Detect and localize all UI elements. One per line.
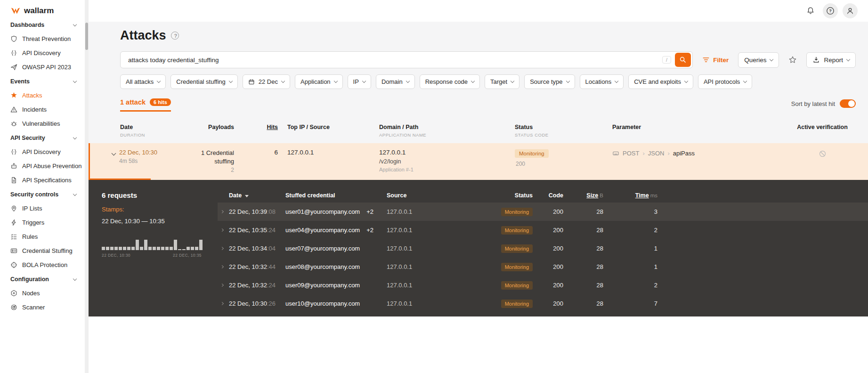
sidebar-section-api-security[interactable]: API Security — [0, 130, 85, 145]
sidebar-item-incidents[interactable]: Incidents — [0, 102, 85, 116]
chevron-down-icon — [73, 22, 77, 26]
filter-chip-api-protocols[interactable]: API protocols — [698, 74, 752, 89]
chevron-down-icon — [73, 79, 77, 82]
sidebar-item-nodes[interactable]: Nodes — [0, 286, 85, 300]
sidebar-item-owasp-api-2023[interactable]: OWASP API 2023 — [0, 60, 85, 74]
tab-attacks-count[interactable]: 1 attack 6 hits — [120, 98, 171, 112]
stamps-label: Stamps: — [102, 206, 202, 213]
sidebar-item-scanner[interactable]: Scanner — [0, 300, 85, 314]
detail-column-size[interactable]: SizeB — [563, 192, 603, 199]
notifications-button[interactable] — [803, 3, 818, 18]
column-header-date: Date DURATION — [112, 124, 191, 138]
filter-chip-attack-type[interactable]: Credential stuffing — [170, 74, 238, 89]
expanded-row-indicator — [89, 178, 151, 180]
attack-row[interactable]: 22 Dec, 10:30 4m 58s 1 Credential stuffi… — [89, 143, 868, 180]
column-header-hits[interactable]: Hits — [250, 124, 278, 130]
chevron-down-icon — [615, 79, 618, 83]
request-row[interactable]: 22 Dec, 10:39:08 user01@yourcompany.com+… — [218, 203, 868, 221]
filter-chip-date[interactable]: 22 Dec — [243, 74, 290, 89]
filter-chip-source-type[interactable]: Source type — [524, 74, 575, 89]
help-button[interactable]: ? — [823, 3, 838, 18]
detail-column-time[interactable]: Timems — [603, 192, 657, 199]
sort-desc-icon — [245, 195, 249, 197]
topbar: ? — [89, 0, 868, 22]
detail-column-source: Source — [387, 192, 497, 199]
request-row[interactable]: 22 Dec, 10:32:24 user09@yourcompany.com … — [218, 276, 868, 294]
attack-application: Application #-1 — [379, 167, 495, 172]
sidebar-item-triggers[interactable]: Triggers — [0, 215, 85, 229]
page-title: Attacks — [120, 28, 166, 43]
expand-request-icon[interactable] — [220, 265, 224, 268]
scrollbar-thumb[interactable] — [85, 23, 88, 50]
sidebar-item-bola-protection[interactable]: BOLA Protection — [0, 258, 85, 272]
sidebar-item-attacks[interactable]: Attacks — [0, 88, 85, 102]
search-button[interactable] — [675, 53, 691, 67]
sidebar-section-configuration[interactable]: Configuration — [0, 272, 85, 286]
collapse-row-icon[interactable] — [112, 151, 116, 156]
filter-chip-domain[interactable]: Domain — [376, 74, 415, 89]
sort-by-latest-hit-toggle[interactable] — [840, 99, 856, 108]
filter-chip-locations[interactable]: Locations — [580, 74, 624, 89]
detail-column-credential: Stuffed credential — [285, 192, 387, 199]
favorite-button[interactable] — [786, 55, 800, 65]
filter-chip-cve-exploits[interactable]: CVE and exploits — [628, 74, 693, 89]
chevron-down-icon — [846, 57, 850, 61]
sidebar-section-events[interactable]: Events — [0, 74, 85, 88]
request-row[interactable]: 22 Dec, 10:35:24 user04@yourcompany.com+… — [218, 221, 868, 239]
verification-disabled-icon — [789, 150, 856, 158]
detail-column-status: Status — [497, 192, 533, 199]
document-icon — [10, 177, 17, 184]
logo[interactable]: wallarm — [0, 0, 85, 22]
expand-request-icon[interactable] — [220, 284, 224, 287]
attack-domain: 127.0.0.1 — [379, 149, 495, 156]
column-header-status: Status STATUS CODE — [495, 124, 612, 138]
search-input[interactable] — [127, 56, 662, 64]
filter-chip-target[interactable]: Target — [485, 74, 519, 89]
sidebar-item-api-discovery-2[interactable]: API Discovery — [0, 145, 85, 159]
queries-button[interactable]: Queries — [738, 52, 779, 68]
sidebar-item-rules[interactable]: Rules — [0, 229, 85, 243]
status-badge: Monitoring — [501, 281, 533, 290]
user-menu-button[interactable] — [843, 3, 858, 18]
expand-request-icon[interactable] — [220, 228, 224, 232]
sidebar-scrollbar[interactable] — [85, 0, 89, 373]
expand-request-icon[interactable] — [220, 210, 224, 213]
attack-payload: 1 Credential stuffing — [191, 149, 234, 165]
warning-triangle-icon — [10, 106, 17, 113]
app-root: wallarm Dashboards Threat Prevention API… — [0, 0, 868, 373]
sidebar-item-ip-lists[interactable]: IP Lists — [0, 201, 85, 215]
chevron-down-icon — [406, 79, 409, 83]
filter-chip-response-code[interactable]: Response code — [420, 74, 480, 89]
sidebar-item-credential-stuffing[interactable]: Credential Stuffing — [0, 243, 85, 258]
request-row[interactable]: 22 Dec, 10:34:04 user07@yourcompany.com … — [218, 239, 868, 258]
filter-button[interactable]: Filter — [699, 56, 731, 64]
status-badge: Monitoring — [501, 226, 533, 235]
attack-parameter: POST › JSON › apiPass — [612, 150, 789, 157]
filter-chip-application[interactable]: Application — [295, 74, 343, 89]
page-content: Attacks ? / Filter Queries — [89, 22, 868, 373]
expand-request-icon[interactable] — [220, 247, 224, 250]
sidebar-item-api-specifications[interactable]: API Specifications — [0, 173, 85, 187]
page-help-icon[interactable]: ? — [171, 32, 179, 40]
filter-chip-all-attacks[interactable]: All attacks — [120, 74, 166, 89]
sidebar-section-security-controls[interactable]: Security controls — [0, 187, 85, 201]
detail-column-code: Code — [533, 192, 563, 199]
request-row[interactable]: 22 Dec, 10:32:44 user08@yourcompany.com … — [218, 258, 868, 276]
svg-text:?: ? — [829, 8, 832, 13]
sidebar-nav: Dashboards Threat Prevention API Discove… — [0, 17, 85, 314]
report-button[interactable]: Report — [806, 52, 856, 68]
sidebar-item-api-discovery[interactable]: API Discovery — [0, 46, 85, 60]
sidebar-item-api-abuse-prevention[interactable]: API Abuse Prevention — [0, 159, 85, 173]
request-row[interactable]: 22 Dec, 10:30:26 user10@yourcompany.com … — [218, 294, 868, 313]
expand-request-icon[interactable] — [220, 302, 224, 305]
column-header-active-verification: Active verification — [789, 124, 856, 130]
question-icon: ? — [826, 7, 835, 15]
detail-column-date[interactable]: Date — [229, 192, 285, 199]
sidebar-item-vulnerabilities[interactable]: Vulnerabilities — [0, 116, 85, 130]
lightning-icon — [10, 219, 17, 226]
column-header-parameter: Parameter — [612, 124, 789, 130]
attack-payload-count: 2 — [191, 167, 234, 173]
filter-chip-ip[interactable]: IP — [348, 74, 371, 89]
search-box: / — [120, 51, 693, 68]
sidebar-item-threat-prevention[interactable]: Threat Prevention — [0, 32, 85, 46]
